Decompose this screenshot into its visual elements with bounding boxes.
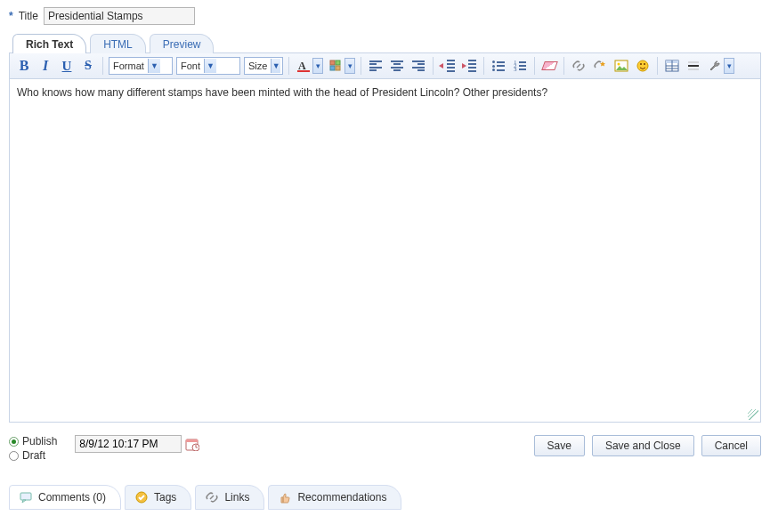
tab-html[interactable]: HTML — [90, 34, 146, 53]
save-close-button[interactable]: Save and Close — [592, 435, 694, 456]
toolbar-separator — [534, 57, 535, 75]
resize-handle[interactable] — [748, 409, 758, 420]
insert-link-button[interactable] — [570, 57, 588, 75]
editor-tabs: Rich Text HTML Preview — [12, 34, 761, 53]
insert-anchor-button[interactable] — [591, 57, 609, 75]
cancel-button[interactable]: Cancel — [701, 435, 761, 456]
content-editor[interactable]: Who knows how many different stamps have… — [10, 79, 760, 422]
toolbar-separator — [483, 57, 484, 75]
italic-button[interactable]: I — [36, 57, 54, 75]
number-list-icon: 1 2 3 — [514, 60, 526, 71]
link-icon — [571, 59, 586, 73]
underline-button[interactable]: U — [58, 57, 76, 75]
svg-point-7 — [618, 63, 620, 66]
editor-container: * Title Rich Text HTML Preview B I U S F… — [0, 0, 770, 513]
svg-point-10 — [644, 63, 645, 65]
svg-rect-24 — [20, 493, 31, 500]
link-star-icon — [593, 59, 607, 73]
align-right-icon — [412, 60, 425, 71]
toolbar-separator — [433, 57, 434, 75]
insert-image-button[interactable] — [612, 57, 630, 75]
table-color-icon — [327, 57, 344, 75]
publish-label: Publish — [22, 435, 57, 447]
size-select[interactable]: Size ▼ — [244, 57, 283, 75]
comments-tab[interactable]: Comments (0) — [9, 485, 121, 510]
outdent-button[interactable] — [439, 57, 457, 75]
align-center-button[interactable] — [388, 57, 406, 75]
chevron-down-icon: ▼ — [204, 59, 216, 73]
strikethrough-button[interactable]: S — [79, 57, 97, 75]
recommendations-tab-label: Recommendations — [297, 491, 386, 504]
required-star: * — [9, 10, 13, 22]
toolbar-separator — [288, 57, 289, 75]
tab-rich-text-label: Rich Text — [26, 38, 73, 51]
action-buttons: Save Save and Close Cancel — [534, 435, 761, 456]
bold-button[interactable]: B — [15, 57, 33, 75]
format-select-label: Format — [113, 60, 144, 71]
svg-rect-3 — [336, 60, 340, 65]
toolbar-separator — [102, 57, 103, 75]
recommendations-tab[interactable]: Recommendations — [268, 485, 401, 510]
align-center-icon — [391, 60, 403, 71]
bottom-tabs: Comments (0) Tags Links Recommendations — [9, 485, 761, 510]
insert-table-button[interactable] — [663, 57, 681, 75]
publish-radio[interactable]: Publish — [9, 435, 57, 447]
indent-icon — [462, 60, 476, 72]
svg-rect-20 — [186, 439, 198, 442]
svg-text:A: A — [298, 60, 306, 72]
number-list-button[interactable]: 1 2 3 — [511, 57, 529, 75]
bullet-list-icon — [492, 60, 505, 71]
calendar-icon[interactable] — [185, 437, 199, 451]
background-color-button[interactable]: ▾ — [327, 57, 355, 75]
chevron-down-icon: ▾ — [344, 58, 355, 74]
title-input[interactable] — [44, 7, 195, 25]
indent-button[interactable] — [460, 57, 478, 75]
align-left-button[interactable] — [367, 57, 385, 75]
text-color-button[interactable]: A ▾ — [295, 57, 323, 75]
svg-rect-5 — [336, 66, 340, 70]
tab-preview[interactable]: Preview — [150, 34, 215, 53]
insert-hr-button[interactable] — [685, 57, 702, 75]
font-select-label: Font — [181, 60, 200, 71]
smiley-icon — [636, 59, 650, 73]
tab-preview-label: Preview — [163, 38, 201, 51]
align-right-button[interactable] — [409, 57, 427, 75]
tags-tab-label: Tags — [154, 491, 176, 504]
remove-format-button[interactable] — [540, 57, 558, 75]
publish-left: Publish Draft — [9, 435, 199, 463]
comments-tab-label: Comments (0) — [38, 491, 106, 504]
text-color-icon: A — [295, 57, 312, 75]
content-text: Who knows how many different stamps have… — [17, 86, 547, 99]
tools-button[interactable]: ▾ — [706, 57, 734, 75]
size-select-label: Size — [248, 60, 267, 71]
save-button[interactable]: Save — [534, 435, 585, 456]
publish-date-input[interactable] — [75, 435, 182, 453]
svg-rect-4 — [330, 66, 335, 70]
chevron-down-icon: ▼ — [148, 59, 160, 73]
eraser-icon — [541, 61, 558, 70]
title-label: Title — [19, 10, 38, 22]
links-tab[interactable]: Links — [195, 485, 264, 510]
toolbar-separator — [563, 57, 564, 75]
svg-rect-1 — [297, 70, 310, 72]
insert-emoji-button[interactable] — [634, 57, 652, 75]
align-left-icon — [369, 60, 382, 71]
bullet-list-button[interactable] — [490, 57, 507, 75]
publish-row: Publish Draft Save Save and Close Cancel — [9, 435, 761, 463]
link-icon — [205, 490, 219, 504]
font-select[interactable]: Font ▼ — [176, 57, 240, 75]
chevron-down-icon: ▾ — [312, 58, 323, 74]
table-icon — [665, 59, 679, 73]
radio-selected-icon — [9, 437, 19, 447]
title-row: * Title — [9, 7, 761, 25]
draft-radio[interactable]: Draft — [9, 449, 57, 462]
comment-icon — [19, 490, 33, 504]
image-icon — [614, 59, 628, 73]
toolbar: B I U S Format ▼ Font ▼ Size ▼ A — [10, 53, 760, 79]
toolbar-separator — [361, 57, 361, 75]
wrench-icon — [706, 57, 724, 75]
tags-tab[interactable]: Tags — [125, 485, 191, 510]
tab-rich-text[interactable]: Rich Text — [12, 34, 86, 53]
radio-empty-icon — [9, 451, 19, 461]
format-select[interactable]: Format ▼ — [109, 57, 173, 75]
